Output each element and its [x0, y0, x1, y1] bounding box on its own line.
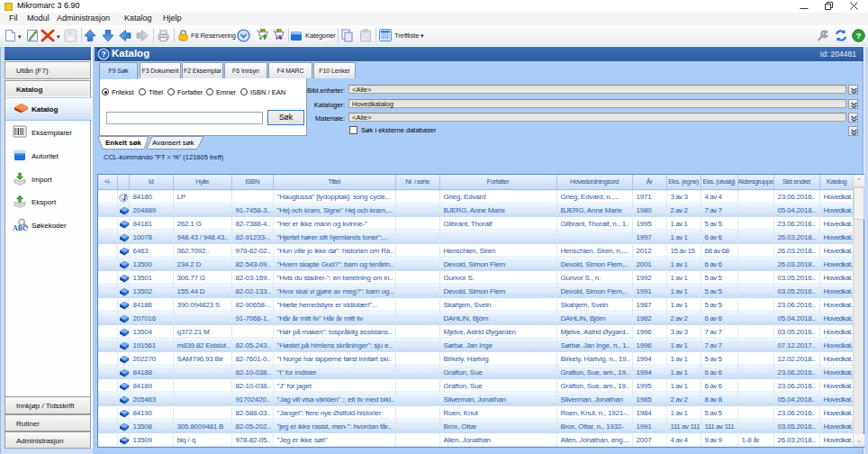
- svg-text:ABC: ABC: [13, 224, 28, 232]
- svg-text:?: ?: [856, 31, 862, 41]
- svg-text:?: ?: [101, 50, 105, 59]
